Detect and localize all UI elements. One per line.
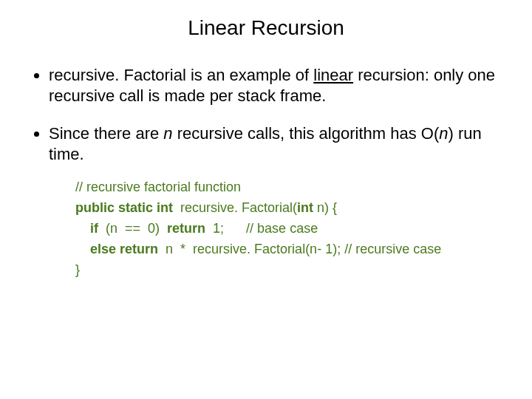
code-line: else return n * recursive. Factorial(n- … — [75, 239, 502, 260]
list-item: Since there are n recursive calls, this … — [49, 123, 502, 164]
code-text: (n == 0) — [98, 221, 167, 236]
text: recursive. Factorial is an example of — [49, 66, 313, 84]
keyword: return — [167, 221, 205, 236]
italic-n: n — [163, 124, 172, 143]
text: Since there are — [49, 124, 163, 143]
code-line: if (n == 0) return 1; // base case — [75, 219, 502, 239]
italic-n: n — [439, 124, 448, 143]
code-line: // recursive factorial function — [75, 177, 502, 198]
code-text — [75, 242, 90, 256]
code-text: n * recursive. Factorial(n- 1); // recur… — [158, 242, 441, 256]
keyword: if — [90, 221, 98, 236]
bullet-list: recursive. Factorial is an example of li… — [30, 65, 502, 164]
keyword: int — [297, 200, 313, 215]
code-text — [75, 221, 90, 236]
slide: Linear Recursion recursive. Factorial is… — [0, 0, 532, 399]
code-text: n) { — [313, 200, 337, 215]
underlined-word: linear — [313, 66, 353, 84]
code-text: 1; // base case — [205, 221, 318, 236]
code-block: // recursive factorial function public s… — [75, 177, 502, 280]
code-text: recursive. Factorial( — [173, 200, 297, 215]
code-line: } — [75, 260, 502, 281]
code-line: public static int recursive. Factorial(i… — [75, 198, 502, 219]
list-item: recursive. Factorial is an example of li… — [49, 65, 502, 106]
text: recursive calls, this algorithm has O( — [173, 124, 440, 143]
keyword: public static int — [75, 200, 173, 215]
keyword: else return — [90, 242, 158, 256]
page-title: Linear Recursion — [30, 16, 502, 40]
